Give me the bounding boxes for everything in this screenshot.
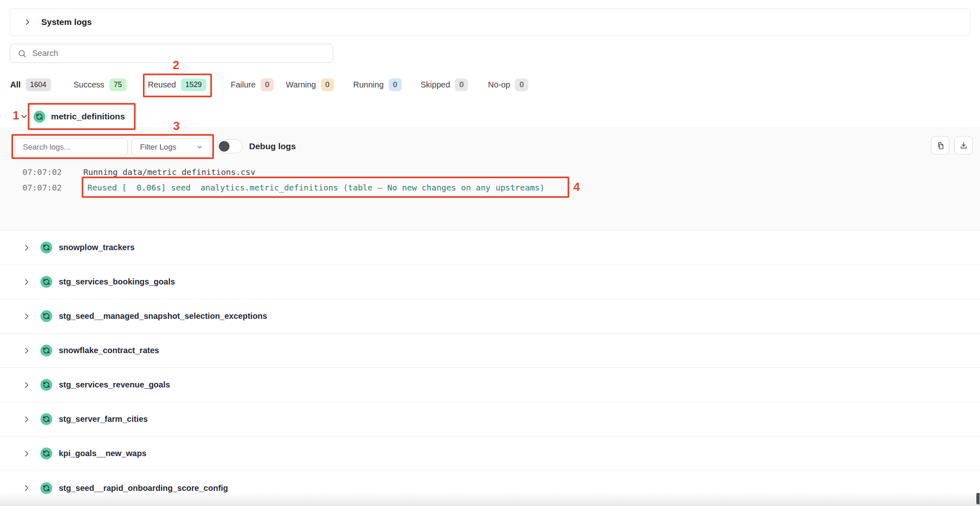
log-item-list: snowplow_trackers stg_services_bookings_… [0,231,980,505]
list-item-stg_services_bookings_goals[interactable]: stg_services_bookings_goals [0,265,980,299]
download-icon [959,141,968,150]
chevron-right-icon [22,415,31,423]
tab-failure[interactable]: Failure 0 [231,78,274,91]
tab-count-badge: 1604 [26,78,51,91]
chevron-down-icon [196,144,203,150]
tab-label: Failure [231,80,256,90]
list-item-stg_seed__rapid_onboarding_score_config[interactable]: stg_seed__rapid_onboarding_score_config [0,471,980,505]
list-item-kpi_goals__new_waps[interactable]: kpi_goals__new_waps [0,437,980,471]
expanded-item-row: metric_definitions [0,102,980,131]
chevron-right-icon [23,18,31,26]
log-panel: Search logs... Filter Logs Debug logs 07… [0,128,980,231]
reused-status-icon [40,242,52,253]
expanded-item-label: metric_definitions [51,112,125,121]
list-item-stg_server_farm_cities[interactable]: stg_server_farm_cities [0,402,980,437]
search-logs-placeholder: Search logs... [23,143,70,152]
tab-label: No-op [488,80,510,90]
reused-status-icon [40,276,52,288]
toggle-knob [219,141,229,152]
tab-count-badge: 0 [261,78,274,91]
tab-label: Warning [286,80,316,90]
tab-all[interactable]: All 1604 [10,78,51,91]
list-item-label: snowflake_contract_rates [59,346,159,355]
reused-status-icon [40,448,52,459]
tab-label: All [10,80,21,90]
search-icon [18,49,27,58]
system-logs-screen: System logs Search All 1604 Success 75 R… [0,0,980,506]
tab-count-badge: 0 [321,78,334,91]
copy-logs-button[interactable] [931,136,949,154]
chevron-right-icon [22,450,31,458]
tab-count-badge: 0 [455,78,468,91]
tab-count-badge: 75 [109,78,127,91]
tab-count-badge: 1529 [181,78,206,91]
chevron-right-icon [22,381,31,389]
expanded-item-header[interactable]: metric_definitions [28,103,135,130]
chevron-down-icon[interactable] [20,112,29,121]
log-timestamp: 07:07:02 [22,183,62,193]
tab-label: Reused [148,80,176,90]
tab-count-badge: 0 [515,78,528,91]
list-item-label: stg_seed__rapid_onboarding_score_config [59,484,228,493]
scrollbar-fragment[interactable] [976,493,980,504]
search-logs-input[interactable]: Search logs... [15,138,128,156]
search-input[interactable]: Search [10,44,333,63]
tab-no-op[interactable]: No-op 0 [488,78,528,91]
list-item-snowplow_trackers[interactable]: snowplow_trackers [0,231,980,265]
list-item-stg_services_revenue_goals[interactable]: stg_services_revenue_goals [0,368,980,402]
list-item-stg_seed__managed_snapshot_selection_exceptions[interactable]: stg_seed__managed_snapshot_selection_exc… [0,299,980,334]
reused-status-icon [40,379,52,391]
chevron-right-icon [22,347,31,355]
list-item-label: stg_server_farm_cities [59,414,148,424]
log-message-reused: Reused [ 0.06s] seed analytics.metric_de… [87,183,545,193]
list-item-snowflake_contract_rates[interactable]: snowflake_contract_rates [0,334,980,368]
log-message: Running data/metric_definitions.csv [83,167,255,177]
list-item-label: snowplow_trackers [59,243,135,252]
chevron-right-icon [22,484,31,492]
chevron-right-icon [22,278,31,286]
list-item-label: stg_services_bookings_goals [59,277,175,287]
list-item-label: kpi_goals__new_waps [59,449,147,458]
tab-reused[interactable]: Reused 1529 [148,78,206,91]
page-title: System logs [41,17,92,27]
status-tabs: All 1604 Success 75 Reused 1529 Failure … [0,76,980,97]
reused-status-icon [40,345,52,356]
tab-count-badge: 0 [389,78,402,91]
download-logs-button[interactable] [954,136,973,154]
chevron-right-icon [22,312,31,320]
reused-status-icon [40,310,52,322]
debug-logs-label: Debug logs [249,141,296,151]
tab-running[interactable]: Running 0 [353,78,402,91]
tab-label: Success [74,80,105,90]
list-item-label: stg_services_revenue_goals [59,380,170,390]
log-timestamp: 07:07:02 [22,167,62,177]
copy-icon [936,141,945,150]
tab-success[interactable]: Success 75 [74,78,127,91]
search-placeholder: Search [32,49,58,58]
chevron-right-icon [22,244,31,252]
filter-logs-label: Filter Logs [140,143,176,152]
filter-logs-dropdown[interactable]: Filter Logs [131,138,210,156]
system-logs-header[interactable]: System logs [10,8,970,36]
tab-skipped[interactable]: Skipped 0 [421,78,468,91]
tab-label: Running [353,80,384,90]
list-item-label: stg_seed__managed_snapshot_selection_exc… [59,311,267,321]
reused-status-icon [33,111,45,123]
debug-logs-toggle[interactable] [217,139,243,153]
reused-status-icon [40,482,52,494]
tab-warning[interactable]: Warning 0 [286,78,334,91]
tab-label: Skipped [421,80,450,90]
reused-status-icon [40,413,52,425]
